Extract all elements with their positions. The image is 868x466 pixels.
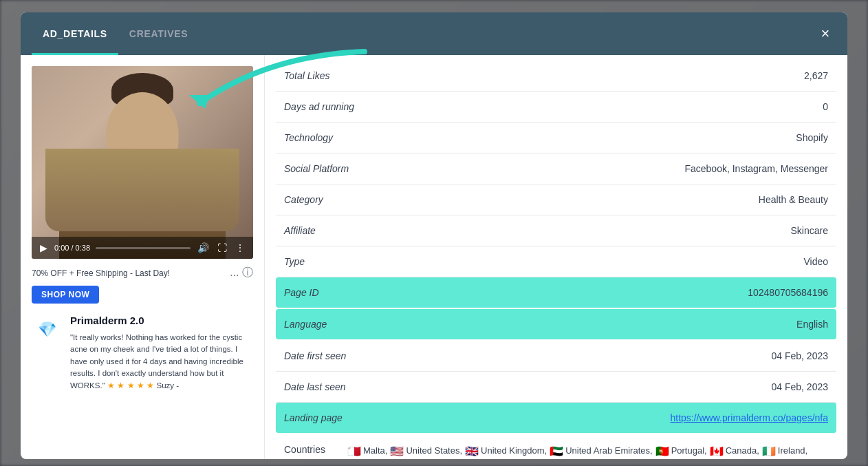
detail-row: CategoryHealth & Beauty [276, 184, 836, 215]
left-panel: ▶ 0:00 / 0:38 🔊 ⛶ ⋮ 70% OFF + Free Shipp… [21, 55, 265, 459]
arrow-annotation [131, 48, 392, 110]
detail-row: Page ID102480705684196 [276, 277, 836, 308]
detail-value: Skincare [791, 225, 828, 236]
detail-value: 2,627 [804, 70, 828, 81]
detail-label: Social Platform [284, 163, 349, 174]
detail-value: 04 Feb, 2023 [771, 350, 828, 361]
detail-label: Date last seen [284, 381, 346, 392]
brand-info: Primalderm 2.0 "It really works! Nothing… [70, 315, 253, 392]
detail-value: Facebook, Instagram, Messenger [684, 163, 828, 174]
detail-label: Date first seen [284, 350, 346, 361]
brand-logo: 💎 [32, 315, 62, 345]
detail-value: Video [803, 256, 828, 267]
countries-label: Countries [284, 443, 339, 455]
detail-label: Type [284, 256, 305, 267]
detail-row: Landing pagehttps://www.primalderm.co/pa… [276, 403, 836, 433]
detail-rows-container: Total Likes2,627Days ad running0Technolo… [276, 61, 836, 433]
shop-now-button[interactable]: SHOP NOW [32, 286, 99, 304]
close-button[interactable]: × [814, 23, 836, 45]
detail-label: Language [284, 319, 327, 330]
progress-bar[interactable] [96, 247, 191, 249]
brand-name: Primalderm 2.0 [70, 315, 253, 326]
country-item: 🇬🇧United Kingdom, [465, 443, 547, 459]
time-display: 0:00 / 0:38 [54, 244, 90, 252]
detail-value[interactable]: https://www.primalderm.co/pages/nfa [670, 412, 828, 423]
volume-button[interactable]: 🔊 [196, 241, 210, 255]
video-controls: ▶ 0:00 / 0:38 🔊 ⛶ ⋮ [32, 237, 253, 259]
country-item: 🇮🇪Ireland, [762, 443, 807, 459]
detail-row: TechnologyShopify [276, 123, 836, 153]
detail-row: Date first seen04 Feb, 2023 [276, 341, 836, 372]
countries-list: 🇲🇹Malta,🇺🇸United States,🇬🇧United Kingdom… [347, 443, 836, 459]
detail-label: Landing page [284, 412, 343, 423]
detail-row: AffiliateSkincare [276, 215, 836, 246]
detail-label: Affiliate [284, 225, 316, 236]
right-panel: Total Likes2,627Days ad running0Technolo… [265, 55, 847, 459]
country-item: 🇺🇸United States, [390, 443, 462, 459]
review-text: "It really works! Nothing has worked for… [70, 332, 253, 392]
detail-value: 102480705684196 [748, 287, 828, 298]
countries-section: Countries 🇲🇹Malta,🇺🇸United States,🇬🇧Unit… [276, 434, 836, 459]
detail-value: 04 Feb, 2023 [771, 381, 828, 392]
country-item: 🇨🇦Canada, [710, 443, 759, 459]
modal-header: AD_DETAILS CREATIVES × [21, 12, 847, 55]
country-item: 🇦🇪United Arab Emirates, [550, 443, 652, 459]
svg-marker-0 [189, 95, 210, 109]
modal-body: ▶ 0:00 / 0:38 🔊 ⛶ ⋮ 70% OFF + Free Shipp… [21, 55, 847, 459]
detail-value: English [796, 319, 828, 330]
ad-caption: 70% OFF + Free Shipping - Last Day! ... … [32, 266, 253, 280]
more-options-button[interactable]: ⋮ [234, 241, 246, 255]
detail-row: Date last seen04 Feb, 2023 [276, 372, 836, 403]
detail-value: Shopify [796, 132, 828, 143]
fullscreen-button[interactable]: ⛶ [216, 241, 228, 255]
country-item: 🇵🇹Portugal, [655, 443, 707, 459]
detail-row: Social PlatformFacebook, Instagram, Mess… [276, 153, 836, 184]
detail-value: 0 [823, 101, 828, 112]
detail-label: Technology [284, 132, 333, 143]
detail-row: TypeVideo [276, 246, 836, 277]
caption-text: 70% OFF + Free Shipping - Last Day! [32, 268, 170, 278]
play-button[interactable]: ▶ [39, 241, 49, 255]
detail-row: LanguageEnglish [276, 309, 836, 339]
modal-dialog: AD_DETAILS CREATIVES × [21, 12, 847, 459]
detail-label: Category [284, 194, 323, 205]
stars: ★ ★ ★ ★ ★ [107, 381, 154, 390]
detail-value: Health & Beauty [759, 194, 828, 205]
detail-label: Page ID [284, 287, 319, 298]
tab-ad-details[interactable]: AD_DETAILS [32, 12, 118, 55]
country-item: 🇲🇹Malta, [347, 443, 387, 459]
brand-section: 💎 Primalderm 2.0 "It really works! Nothi… [32, 315, 253, 392]
caption-options[interactable]: ... ⓘ [230, 266, 253, 280]
